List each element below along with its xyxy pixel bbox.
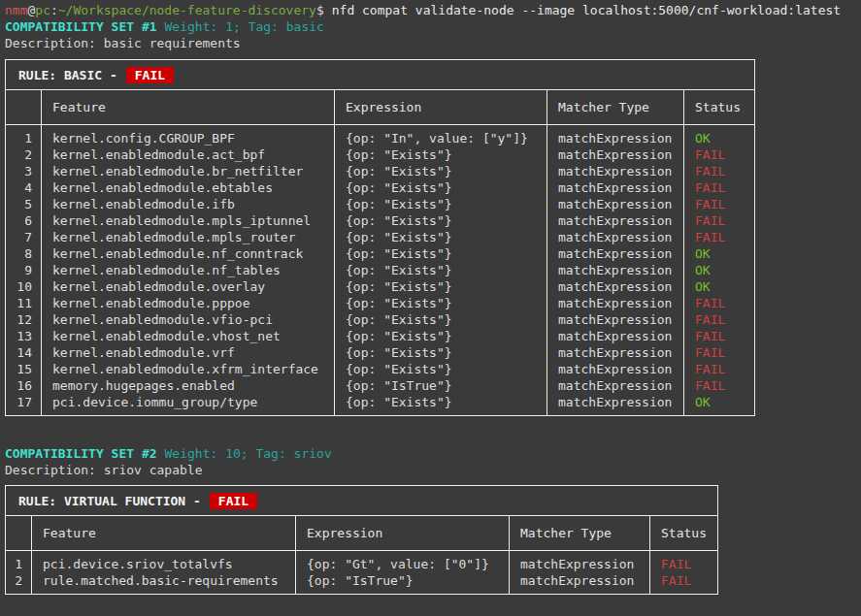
matcher-cell: matchExpression <box>547 229 683 245</box>
set2-description: Description: sriov capable <box>0 462 861 478</box>
row-number: 6 <box>6 212 41 229</box>
expression-cell: {op: "Exists"} <box>335 196 546 212</box>
status-cell: FAIL <box>684 163 754 179</box>
status-cell: FAIL <box>684 328 754 344</box>
rule-table-virtual-function: RULE: VIRTUAL FUNCTION - FAIL Feature Ex… <box>5 485 718 595</box>
row-number: 2 <box>6 572 31 589</box>
row-number: 13 <box>6 328 41 344</box>
expression-cell: {op: "Exists"} <box>335 295 546 311</box>
status-cell: FAIL <box>684 361 754 377</box>
feature-cell: kernel.enabledmodule.xfrm_interface <box>42 361 334 377</box>
rule-header-virtual-function: RULE: VIRTUAL FUNCTION - FAIL <box>6 486 717 516</box>
matcher-cell: matchExpression <box>547 377 683 394</box>
matcher-cell: matchExpression <box>547 212 683 229</box>
matcher-cell: matchExpression <box>547 262 683 278</box>
prompt-colon: : <box>50 3 58 17</box>
column-header-expression: Expression <box>296 516 510 550</box>
matcher-cell: matchExpression <box>547 179 683 196</box>
shell-prompt-line: nmm@pc:~/Workspace/node-feature-discover… <box>0 2 861 18</box>
row-number: 2 <box>6 146 41 163</box>
feature-cell: kernel.enabledmodule.vhost_net <box>42 328 334 344</box>
feature-cell: rule.matched.basic-requirements <box>32 572 295 589</box>
expression-cell: {op: "Exists"} <box>335 163 546 179</box>
feature-cell: pci.device.sriov_totalvfs <box>32 556 295 572</box>
expression-cell: {op: "Exists"} <box>335 212 546 229</box>
expression-cell: {op: "Exists"} <box>335 179 546 196</box>
expression-cell: {op: "Exists"} <box>335 146 546 163</box>
column-header-expression: Expression <box>335 90 547 124</box>
feature-cell: kernel.enabledmodule.overlay <box>42 278 334 295</box>
column-header-index <box>6 90 42 124</box>
row-number: 9 <box>6 262 41 278</box>
row-number-column: 12 <box>6 551 32 594</box>
feature-cell: kernel.enabledmodule.ebtables <box>42 179 334 196</box>
fail-status-badge: FAIL <box>126 67 174 83</box>
column-header-feature: Feature <box>42 90 335 124</box>
matcher-cell-column: matchExpressionmatchExpressionmatchExpre… <box>547 125 684 415</box>
feature-cell: kernel.config.CGROUP_BPF <box>42 130 334 146</box>
row-number: 3 <box>6 163 41 179</box>
table-body: 1234567891011121314151617kernel.config.C… <box>6 125 754 415</box>
expression-cell-column: {op: "Gt", value: ["0"]}{op: "IsTrue"} <box>296 551 510 594</box>
row-number: 10 <box>6 278 41 295</box>
rule-label: RULE: VIRTUAL FUNCTION - <box>18 494 201 508</box>
matcher-cell: matchExpression <box>547 328 683 344</box>
feature-cell: kernel.enabledmodule.pppoe <box>42 295 334 311</box>
status-cell: FAIL <box>650 572 717 589</box>
status-cell: FAIL <box>684 229 754 245</box>
status-cell: FAIL <box>684 377 754 394</box>
status-cell: FAIL <box>684 311 754 328</box>
row-number: 8 <box>6 245 41 262</box>
rule-table-basic: RULE: BASIC - FAIL Feature Expression Ma… <box>5 59 755 416</box>
feature-cell: kernel.enabledmodule.mpls_iptunnel <box>42 212 334 229</box>
feature-cell-column: pci.device.sriov_totalvfsrule.matched.ba… <box>32 551 296 594</box>
set2-heading: COMPATIBILITY SET #2Weight: 10; Tag: sri… <box>0 445 861 462</box>
row-number: 1 <box>6 130 41 146</box>
status-cell-column: OKFAILFAILFAILFAILFAILFAILOKOKOKFAILFAIL… <box>684 125 754 415</box>
row-number: 15 <box>6 361 41 377</box>
set2-title: COMPATIBILITY SET #2 <box>5 446 157 461</box>
feature-cell: kernel.enabledmodule.nf_tables <box>42 262 334 278</box>
matcher-cell: matchExpression <box>547 295 683 311</box>
expression-cell: {op: "Exists"} <box>335 262 546 278</box>
status-cell: OK <box>684 130 754 146</box>
column-header-feature: Feature <box>32 516 296 550</box>
matcher-cell: matchExpression <box>547 146 683 163</box>
expression-cell: {op: "Exists"} <box>335 245 546 262</box>
expression-cell: {op: "Exists"} <box>335 328 546 344</box>
terminal-window: nmm@pc:~/Workspace/node-feature-discover… <box>0 0 861 595</box>
status-cell: OK <box>684 262 754 278</box>
status-cell: FAIL <box>650 556 717 572</box>
expression-cell: {op: "Exists"} <box>335 394 546 410</box>
matcher-cell: matchExpression <box>547 163 683 179</box>
row-number: 5 <box>6 196 41 212</box>
prompt-path: ~/Workspace/node-feature-discovery <box>58 3 316 17</box>
status-cell: FAIL <box>684 212 754 229</box>
row-number: 4 <box>6 179 41 196</box>
feature-cell: kernel.enabledmodule.nf_conntrack <box>42 245 334 262</box>
matcher-cell: matchExpression <box>510 556 649 572</box>
column-header-index <box>6 516 32 550</box>
matcher-cell: matchExpression <box>547 278 683 295</box>
prompt-hostname: pc <box>35 3 50 17</box>
row-number: 16 <box>6 377 41 394</box>
feature-cell: kernel.enabledmodule.br_netfilter <box>42 163 334 179</box>
rule-header-basic: RULE: BASIC - FAIL <box>6 60 754 90</box>
status-cell: FAIL <box>684 196 754 212</box>
table-header-row: Feature Expression Matcher Type Status <box>6 516 717 551</box>
table-header-row: Feature Expression Matcher Type Status <box>6 90 754 125</box>
fail-status-badge: FAIL <box>210 493 257 509</box>
status-cell: FAIL <box>684 295 754 311</box>
set1-meta: Weight: 1; Tag: basic <box>157 19 324 34</box>
matcher-cell: matchExpression <box>547 311 683 328</box>
status-cell-column: FAILFAIL <box>650 551 717 594</box>
expression-cell-column: {op: "In", value: ["y"]}{op: "Exists"}{o… <box>335 125 547 415</box>
matcher-cell: matchExpression <box>510 572 649 589</box>
feature-cell: kernel.enabledmodule.vrf <box>42 344 334 361</box>
matcher-cell: matchExpression <box>547 344 683 361</box>
prompt-dollar: $ <box>316 3 324 17</box>
status-cell: OK <box>684 278 754 295</box>
matcher-cell: matchExpression <box>547 245 683 262</box>
expression-cell: {op: "Exists"} <box>335 361 546 377</box>
column-header-matcher-type: Matcher Type <box>547 90 684 124</box>
